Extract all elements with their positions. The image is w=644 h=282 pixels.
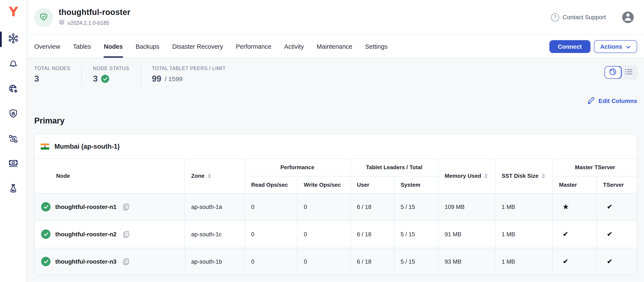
- table-row: thoughtful-rooster-n2 ap-south-1c 0 0 6 …: [35, 220, 637, 248]
- list-icon: [625, 68, 633, 77]
- tab-overview[interactable]: Overview: [34, 35, 60, 58]
- section-title: Primary: [34, 116, 637, 126]
- sidebar-item-billing[interactable]: [5, 155, 22, 173]
- globe-gear-icon: [8, 83, 19, 96]
- sort-icon: [484, 173, 488, 179]
- contact-support-label: Contact Support: [563, 14, 606, 20]
- layers-icon: [59, 19, 65, 26]
- stat-value: 99: [152, 74, 162, 84]
- sidebar-item-alerts[interactable]: [5, 56, 22, 73]
- cell-sst: 1 MB: [495, 248, 552, 275]
- cell-zone: ap-south-1c: [184, 220, 244, 248]
- cell-system-tablets: 5 / 15: [394, 248, 438, 275]
- nodes-table: Node Zone Performance Tablet Leaders / T…: [35, 159, 637, 275]
- shield-lock-icon: [8, 108, 19, 121]
- cell-user-tablets: 6 / 18: [350, 248, 394, 275]
- sidebar: Y: [0, 0, 27, 282]
- bell-icon: [8, 58, 19, 70]
- node-name: thoughtful-rooster-n2: [55, 231, 116, 238]
- copy-icon[interactable]: [122, 258, 130, 266]
- tab-disaster-recovery[interactable]: Disaster Recovery: [172, 35, 223, 58]
- col-header-sst[interactable]: SST Disk Size: [495, 159, 552, 193]
- col-header-tserver: TServer: [596, 176, 637, 193]
- col-header-memory[interactable]: Memory Used: [438, 159, 495, 193]
- col-header-zone[interactable]: Zone: [184, 159, 244, 193]
- cell-zone: ap-south-1b: [184, 248, 244, 275]
- stat-label: TOTAL TABLET PEERS / LIMIT: [152, 66, 226, 71]
- cluster-icon: [8, 33, 19, 46]
- topbar: thoughtful-rooster v2024.2.1.0-b185 Cont…: [28, 0, 644, 35]
- cell-zone: ap-south-1a: [184, 193, 244, 220]
- contact-support-link[interactable]: Contact Support: [551, 13, 606, 21]
- cell-tserver-flag: ✔: [596, 248, 637, 275]
- tab-tables[interactable]: Tables: [73, 35, 91, 58]
- col-group-tablet-leaders: Tablet Leaders / Total: [350, 159, 438, 176]
- heart-check-icon: [38, 11, 49, 23]
- cell-write-ops: 0: [297, 248, 350, 275]
- col-label: Memory Used: [445, 173, 481, 179]
- stat-value: 3: [34, 74, 39, 84]
- node-healthy-icon: [41, 257, 50, 267]
- node-healthy-icon: [41, 229, 50, 239]
- sort-icon: [542, 173, 545, 179]
- map-view-toggle[interactable]: [604, 66, 622, 79]
- col-header-user: User: [350, 176, 394, 193]
- person-icon: [622, 11, 634, 23]
- sidebar-item-network[interactable]: [5, 81, 22, 98]
- page-title: thoughtful-rooster: [59, 8, 130, 17]
- node-healthy-icon: [41, 202, 50, 212]
- sidebar-item-clusters[interactable]: [5, 31, 22, 48]
- col-label: Zone: [191, 173, 204, 179]
- cluster-version: v2024.2.1.0-b185: [68, 20, 110, 26]
- list-view-toggle[interactable]: [621, 66, 637, 79]
- stat-node-status: NODE STATUS 3: [81, 66, 140, 86]
- cell-user-tablets: 6 / 18: [350, 193, 394, 220]
- sidebar-item-integrations[interactable]: [5, 131, 22, 148]
- pencil-icon: [588, 96, 595, 105]
- tab-performance[interactable]: Performance: [236, 35, 272, 58]
- stat-value: 3: [93, 74, 98, 84]
- actions-button[interactable]: Actions: [594, 40, 637, 53]
- sidebar-item-security[interactable]: [5, 106, 22, 123]
- tab-nodes[interactable]: Nodes: [104, 35, 123, 58]
- user-avatar[interactable]: [622, 11, 634, 23]
- region-name: Mumbai (ap-south-1): [54, 142, 120, 150]
- cell-read-ops: 0: [244, 193, 297, 220]
- yugabyte-logo[interactable]: Y: [0, 3, 27, 20]
- node-name: thoughtful-rooster-n1: [55, 203, 116, 210]
- col-header-system: System: [394, 176, 438, 193]
- col-header-node: Node: [35, 159, 184, 193]
- cell-master-flag: ✔: [552, 248, 596, 275]
- edit-columns-button[interactable]: Edit Columns: [588, 96, 637, 105]
- actions-label: Actions: [600, 43, 622, 50]
- workflow-icon: [8, 133, 19, 146]
- chevron-down-icon: [626, 43, 631, 50]
- col-header-write-ops: Write Ops/sec: [297, 176, 350, 193]
- india-flag-icon: [41, 143, 49, 149]
- tab-settings[interactable]: Settings: [365, 35, 388, 58]
- sidebar-active-indicator: [0, 32, 2, 47]
- copy-icon[interactable]: [122, 203, 130, 211]
- view-toggle: [604, 66, 637, 79]
- node-name: thoughtful-rooster-n3: [55, 258, 116, 265]
- sidebar-item-labs[interactable]: [5, 181, 22, 198]
- cell-system-tablets: 5 / 15: [394, 193, 438, 220]
- tab-activity[interactable]: Activity: [284, 35, 304, 58]
- cell-sst: 1 MB: [495, 220, 552, 248]
- table-row: thoughtful-rooster-n1 ap-south-1a 0 0 6 …: [35, 193, 637, 220]
- stat-total-nodes: TOTAL NODES 3: [34, 66, 81, 86]
- cell-system-tablets: 5 / 15: [394, 220, 438, 248]
- region-card: Mumbai (ap-south-1) Node Zone Perfo: [34, 134, 637, 276]
- cell-master-flag: ★: [552, 193, 596, 220]
- copy-icon[interactable]: [122, 230, 130, 238]
- tab-backups[interactable]: Backups: [136, 35, 159, 58]
- cell-tserver-flag: ✔: [596, 193, 637, 220]
- cell-tserver-flag: ✔: [596, 220, 637, 248]
- flask-icon: [8, 183, 19, 196]
- connect-button[interactable]: Connect: [549, 40, 590, 53]
- cell-write-ops: 0: [297, 220, 350, 248]
- cell-memory: 91 MB: [438, 220, 495, 248]
- cell-read-ops: 0: [244, 220, 297, 248]
- stat-label: TOTAL NODES: [34, 66, 70, 71]
- tab-maintenance[interactable]: Maintenance: [317, 35, 352, 58]
